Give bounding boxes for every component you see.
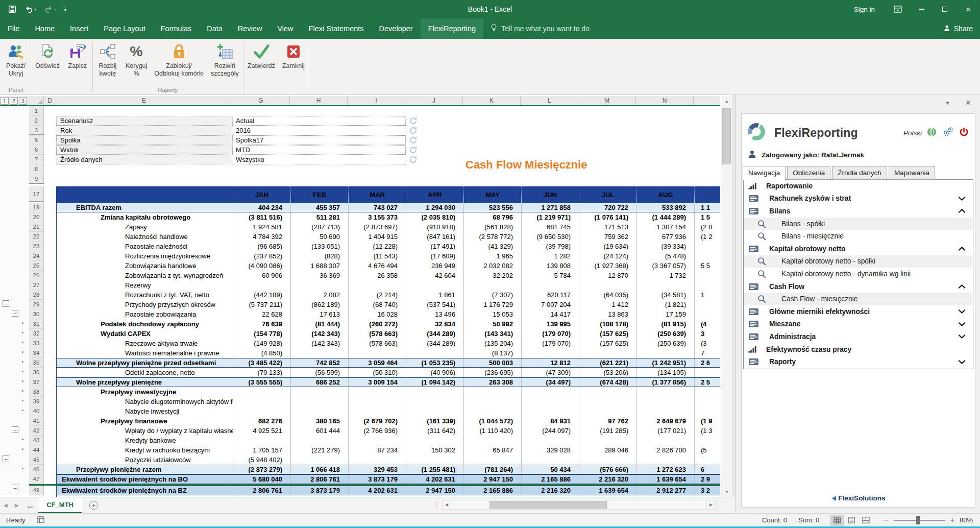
normal-view-icon[interactable] [830,515,844,526]
ribbon-button-koryguj[interactable]: %Koryguj % [122,40,151,78]
row-header-35[interactable]: 35 [29,358,44,368]
sign-in-link[interactable]: Sign in [854,6,875,13]
nav-item-raporty[interactable]: Raporty [744,355,973,368]
select-all-corner[interactable] [29,96,44,105]
nav-item-kapitał-obrotowy-netto-dynamika-wg-linii[interactable]: Kapitał obrotowy netto - dynamika wg lin… [744,268,973,280]
zoom-out-icon[interactable]: − [884,516,888,524]
nav-item-administracja[interactable]: Administracja [744,330,973,343]
maximize-button[interactable] [933,0,957,18]
row-header-38[interactable]: 38 [29,387,44,397]
chevron-up-icon[interactable] [958,208,966,213]
panel-tab-źródła-danych[interactable]: Źródła danych [832,166,887,180]
outline-level-2[interactable]: 2 [10,97,18,105]
column-header-j[interactable]: J [405,96,463,105]
row-header-23[interactable]: 23 [29,242,44,251]
nav-item-bilans-miesięcznie[interactable]: Bilans - miesięcznie [744,230,973,243]
column-header-n[interactable]: N [636,96,694,105]
nav-item-rachunek-zysków-i-strat[interactable]: Rachunek zysków i strat [744,193,973,205]
row-header-45[interactable]: 45 [29,455,44,465]
panel-dropdown-icon[interactable]: ▼ [945,100,950,106]
row-header-42[interactable]: 42 [29,426,44,436]
outline-collapse-l2[interactable]: – [12,310,18,317]
minimize-button[interactable] [910,0,933,18]
ribbon-tab-view[interactable]: View [270,18,301,39]
row-header-7[interactable]: 7 [29,155,44,164]
param-value-źródło-danych[interactable]: Wszystko [232,155,406,164]
scroll-down-icon[interactable]: ▼ [721,487,732,497]
row-header-46[interactable]: 46 [29,465,44,474]
param-value-scenariusz[interactable]: Actual [232,116,406,126]
refresh-icon[interactable] [409,155,418,164]
refresh-icon[interactable] [409,116,418,126]
column-header-e[interactable]: E [56,96,232,105]
chevron-up-icon[interactable] [958,284,966,289]
panel-tab-mapowania[interactable]: Mapowania [889,166,935,180]
ribbon-tab-flexi-statements[interactable]: Flexi Statements [301,18,372,39]
ribbon-button-rozwiń-szczegóły[interactable]: Rozwiń szczegóły [207,40,242,78]
row-header-40[interactable]: 40 [29,406,44,416]
scroll-right-icon[interactable]: ▶ [706,500,716,510]
ribbon-button-odśwież[interactable]: Odśwież [32,40,63,70]
horizontal-scrollbar[interactable]: ⋮ ◀ ▶ [434,500,716,510]
chevron-down-icon[interactable] [958,309,966,314]
outline-level-3[interactable]: 3 [19,97,27,105]
ribbon-tab-insert[interactable]: Insert [62,18,96,39]
ribbon-tab-review[interactable]: Review [230,18,270,39]
row-header-47[interactable]: 47 [29,474,44,484]
refresh-icon[interactable] [409,146,418,155]
column-header-l[interactable]: L [521,96,578,105]
undo-icon[interactable]: ▾ [24,5,36,13]
vertical-scrollbar[interactable]: ▲ ▼ [721,96,732,497]
macro-record-icon[interactable] [37,516,44,524]
ribbon-button-zatwierdź[interactable]: Zatwierdź [244,40,279,70]
outline-collapse-l2[interactable]: – [12,426,18,433]
row-header-29[interactable]: 29 [29,300,44,309]
param-value-rok[interactable]: 2016 [232,126,406,135]
ribbon-button-zablokuj-odblokuj-komórki[interactable]: Zablokuj/ Odblokuj komórki [151,40,207,78]
scroll-left-icon[interactable]: ◀ [442,500,451,510]
ribbon-button-zapisz[interactable]: Zapisz [63,40,92,70]
nav-item-raportowanie[interactable]: Raportowanie [744,180,973,193]
sheet-nav-left-icon[interactable]: ◀ [0,502,11,508]
row-header-22[interactable]: 22 [29,232,44,242]
share-button[interactable]: Share [943,18,973,39]
ribbon-display-options-icon[interactable] [886,0,910,18]
row-header-34[interactable]: 34 [29,348,44,358]
zoom-slider[interactable] [894,520,945,521]
ribbon-tab-formulas[interactable]: Formulas [153,18,199,39]
zoom-level[interactable]: 80% [960,516,973,524]
outline-collapse-l2[interactable]: – [12,485,18,491]
nav-item-cash-flow[interactable]: Cash Flow [744,280,973,293]
row-header-43[interactable]: 43 [29,436,44,445]
row-header-30[interactable]: 30 [29,309,44,319]
ribbon-tab-file[interactable]: File [0,18,27,39]
power-logout-icon[interactable] [959,127,969,139]
tell-me-box[interactable]: Tell me what you want to do [491,18,590,39]
redo-icon[interactable]: ▾ [44,5,56,13]
row-header-49[interactable]: 49 [29,486,44,495]
sheet-more-ellipsis[interactable]: ... [22,501,38,509]
ribbon-tab-developer[interactable]: Developer [372,18,421,39]
param-value-spółka[interactable]: Spolka17 [232,135,406,145]
column-header-m[interactable]: M [578,96,636,105]
zoom-slider-thumb[interactable] [916,516,920,524]
new-sheet-button[interactable]: + [89,501,98,510]
language-label[interactable]: Polski [903,129,922,137]
chevron-down-icon[interactable] [958,359,966,365]
row-header-3[interactable]: 3 [29,126,44,135]
ribbon-button-zamknij[interactable]: Zamknij [279,40,308,70]
row-header-27[interactable]: 27 [29,280,44,290]
row-header-19[interactable]: 19 [29,203,44,212]
nav-item-bilans-spółki[interactable]: Bilans - spółki [744,218,973,230]
chevron-down-icon[interactable] [958,322,966,327]
row-header-9[interactable]: 9 [29,174,44,184]
row-header-41[interactable]: 41 [29,416,44,426]
row-header-32[interactable]: 32 [29,329,44,339]
ribbon-tab-page-layout[interactable]: Page Layout [96,18,153,39]
refresh-icon[interactable] [409,136,418,145]
page-break-view-icon[interactable] [859,515,872,526]
row-header-24[interactable]: 24 [29,251,44,261]
ribbon-tab-flexireporting[interactable]: FlexiReporting [421,18,484,39]
column-header-k[interactable]: K [463,96,521,105]
panel-tab-nawigacja[interactable]: Nawigacja [743,166,786,180]
